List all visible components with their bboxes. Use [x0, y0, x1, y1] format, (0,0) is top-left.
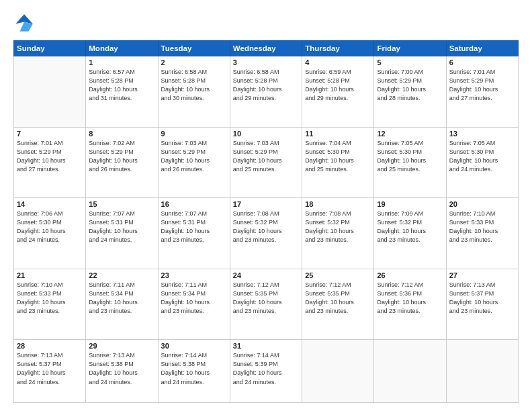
week-row-4: 21Sunrise: 7:10 AMSunset: 5:33 PMDayligh…: [14, 269, 519, 340]
calendar-cell: 20Sunrise: 7:10 AMSunset: 5:33 PMDayligh…: [446, 198, 518, 269]
day-info: Sunrise: 7:13 AMSunset: 5:37 PMDaylight:…: [17, 351, 83, 386]
weekday-header-wednesday: Wednesday: [230, 41, 302, 56]
day-number: 15: [89, 200, 154, 208]
weekday-header-thursday: Thursday: [302, 41, 374, 56]
day-info: Sunrise: 7:12 AMSunset: 5:35 PMDaylight:…: [233, 281, 299, 316]
day-number: 21: [17, 271, 83, 279]
day-info: Sunrise: 7:06 AMSunset: 5:30 PMDaylight:…: [17, 210, 83, 244]
calendar-cell: 22Sunrise: 7:11 AMSunset: 5:34 PMDayligh…: [86, 269, 158, 340]
week-row-3: 14Sunrise: 7:06 AMSunset: 5:30 PMDayligh…: [14, 198, 519, 269]
day-info: Sunrise: 7:13 AMSunset: 5:38 PMDaylight:…: [89, 351, 154, 386]
week-row-2: 7Sunrise: 7:01 AMSunset: 5:29 PMDaylight…: [14, 127, 519, 198]
calendar-cell: 18Sunrise: 7:08 AMSunset: 5:32 PMDayligh…: [302, 198, 374, 269]
page: SundayMondayTuesdayWednesdayThursdayFrid…: [0, 0, 532, 411]
week-row-1: 1Sunrise: 6:57 AMSunset: 5:28 PMDaylight…: [14, 56, 519, 128]
calendar-cell: 31Sunrise: 7:14 AMSunset: 5:39 PMDayligh…: [230, 340, 302, 403]
day-number: 24: [233, 271, 299, 279]
header: [13, 12, 519, 34]
day-info: Sunrise: 7:08 AMSunset: 5:32 PMDaylight:…: [305, 210, 371, 244]
calendar-cell: 11Sunrise: 7:04 AMSunset: 5:30 PMDayligh…: [302, 127, 374, 198]
calendar-cell: 30Sunrise: 7:14 AMSunset: 5:38 PMDayligh…: [158, 340, 230, 403]
calendar-cell: 3Sunrise: 6:58 AMSunset: 5:28 PMDaylight…: [230, 56, 302, 128]
weekday-header-friday: Friday: [374, 41, 446, 56]
day-number: 5: [377, 58, 443, 66]
day-number: 16: [161, 200, 227, 208]
weekday-header-monday: Monday: [86, 41, 158, 56]
day-number: 4: [305, 58, 371, 66]
calendar-cell: 17Sunrise: 7:08 AMSunset: 5:32 PMDayligh…: [230, 198, 302, 269]
weekday-header-row: SundayMondayTuesdayWednesdayThursdayFrid…: [14, 41, 519, 56]
calendar-cell: 28Sunrise: 7:13 AMSunset: 5:37 PMDayligh…: [14, 340, 86, 403]
day-info: Sunrise: 7:14 AMSunset: 5:39 PMDaylight:…: [233, 351, 299, 386]
day-info: Sunrise: 7:12 AMSunset: 5:36 PMDaylight:…: [377, 281, 443, 316]
day-number: 22: [89, 271, 154, 279]
day-number: 17: [233, 200, 299, 208]
day-number: 11: [305, 130, 371, 138]
calendar-cell: 6Sunrise: 7:01 AMSunset: 5:29 PMDaylight…: [446, 56, 518, 128]
calendar-cell: 19Sunrise: 7:09 AMSunset: 5:32 PMDayligh…: [374, 198, 446, 269]
day-number: 13: [449, 130, 515, 138]
calendar-cell: 5Sunrise: 7:00 AMSunset: 5:29 PMDaylight…: [374, 56, 446, 128]
day-info: Sunrise: 7:10 AMSunset: 5:33 PMDaylight:…: [449, 210, 515, 244]
day-info: Sunrise: 7:05 AMSunset: 5:30 PMDaylight:…: [449, 139, 515, 174]
day-info: Sunrise: 7:05 AMSunset: 5:30 PMDaylight:…: [377, 139, 443, 174]
day-info: Sunrise: 6:58 AMSunset: 5:28 PMDaylight:…: [233, 68, 299, 103]
calendar-cell: 13Sunrise: 7:05 AMSunset: 5:30 PMDayligh…: [446, 127, 518, 198]
day-number: 7: [17, 130, 83, 138]
calendar-cell: 29Sunrise: 7:13 AMSunset: 5:38 PMDayligh…: [86, 340, 158, 403]
day-info: Sunrise: 7:03 AMSunset: 5:29 PMDaylight:…: [161, 139, 227, 174]
day-number: 30: [161, 342, 227, 350]
day-info: Sunrise: 7:11 AMSunset: 5:34 PMDaylight:…: [89, 281, 154, 316]
weekday-header-sunday: Sunday: [14, 41, 86, 56]
day-info: Sunrise: 7:13 AMSunset: 5:37 PMDaylight:…: [449, 281, 515, 316]
day-info: Sunrise: 7:01 AMSunset: 5:29 PMDaylight:…: [449, 68, 515, 103]
day-number: 6: [449, 58, 515, 66]
calendar-cell: 21Sunrise: 7:10 AMSunset: 5:33 PMDayligh…: [14, 269, 86, 340]
day-info: Sunrise: 7:01 AMSunset: 5:29 PMDaylight:…: [17, 139, 83, 174]
calendar-cell: 4Sunrise: 6:59 AMSunset: 5:28 PMDaylight…: [302, 56, 374, 128]
day-number: 31: [233, 342, 299, 350]
day-info: Sunrise: 7:07 AMSunset: 5:31 PMDaylight:…: [161, 210, 227, 244]
day-info: Sunrise: 6:58 AMSunset: 5:28 PMDaylight:…: [161, 68, 227, 103]
calendar-cell: [446, 340, 518, 403]
week-row-5: 28Sunrise: 7:13 AMSunset: 5:37 PMDayligh…: [14, 340, 519, 403]
calendar-cell: [374, 340, 446, 403]
day-info: Sunrise: 7:04 AMSunset: 5:30 PMDaylight:…: [305, 139, 371, 174]
day-number: 3: [233, 58, 299, 66]
day-number: 10: [233, 130, 299, 138]
day-number: 8: [89, 130, 154, 138]
day-number: 28: [17, 342, 83, 350]
calendar-cell: 12Sunrise: 7:05 AMSunset: 5:30 PMDayligh…: [374, 127, 446, 198]
logo: [13, 12, 38, 34]
calendar-cell: 2Sunrise: 6:58 AMSunset: 5:28 PMDaylight…: [158, 56, 230, 128]
day-number: 23: [161, 271, 227, 279]
calendar-cell: 7Sunrise: 7:01 AMSunset: 5:29 PMDaylight…: [14, 127, 86, 198]
calendar-cell: 1Sunrise: 6:57 AMSunset: 5:28 PMDaylight…: [86, 56, 158, 128]
calendar-cell: 25Sunrise: 7:12 AMSunset: 5:35 PMDayligh…: [302, 269, 374, 340]
calendar-cell: 10Sunrise: 7:03 AMSunset: 5:29 PMDayligh…: [230, 127, 302, 198]
day-number: 2: [161, 58, 227, 66]
calendar-cell: 23Sunrise: 7:11 AMSunset: 5:34 PMDayligh…: [158, 269, 230, 340]
calendar-cell: 14Sunrise: 7:06 AMSunset: 5:30 PMDayligh…: [14, 198, 86, 269]
day-number: 25: [305, 271, 371, 279]
day-info: Sunrise: 7:02 AMSunset: 5:29 PMDaylight:…: [89, 139, 154, 174]
weekday-header-saturday: Saturday: [446, 41, 518, 56]
day-number: 14: [17, 200, 83, 208]
day-number: 18: [305, 200, 371, 208]
calendar-cell: 16Sunrise: 7:07 AMSunset: 5:31 PMDayligh…: [158, 198, 230, 269]
calendar-cell: 8Sunrise: 7:02 AMSunset: 5:29 PMDaylight…: [86, 127, 158, 198]
day-info: Sunrise: 7:00 AMSunset: 5:29 PMDaylight:…: [377, 68, 443, 103]
day-info: Sunrise: 7:14 AMSunset: 5:38 PMDaylight:…: [161, 351, 227, 386]
day-info: Sunrise: 6:57 AMSunset: 5:28 PMDaylight:…: [89, 68, 154, 103]
calendar-cell: [302, 340, 374, 403]
day-info: Sunrise: 7:08 AMSunset: 5:32 PMDaylight:…: [233, 210, 299, 244]
day-number: 20: [449, 200, 515, 208]
day-info: Sunrise: 7:10 AMSunset: 5:33 PMDaylight:…: [17, 281, 83, 316]
calendar-table: SundayMondayTuesdayWednesdayThursdayFrid…: [13, 40, 519, 403]
day-info: Sunrise: 6:59 AMSunset: 5:28 PMDaylight:…: [305, 68, 371, 103]
day-info: Sunrise: 7:03 AMSunset: 5:29 PMDaylight:…: [233, 139, 299, 174]
day-info: Sunrise: 7:12 AMSunset: 5:35 PMDaylight:…: [305, 281, 371, 316]
day-info: Sunrise: 7:11 AMSunset: 5:34 PMDaylight:…: [161, 281, 227, 316]
logo-icon: [13, 12, 35, 34]
calendar-cell: 9Sunrise: 7:03 AMSunset: 5:29 PMDaylight…: [158, 127, 230, 198]
